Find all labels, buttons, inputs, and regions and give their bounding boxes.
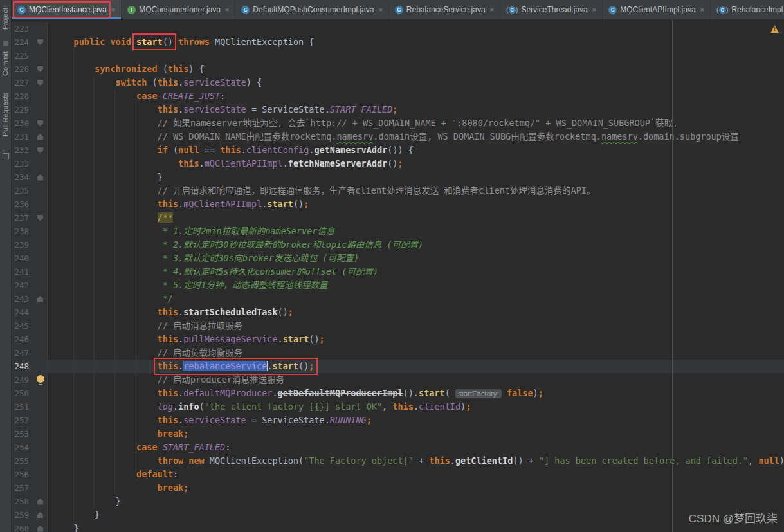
- line-number[interactable]: 243: [12, 292, 33, 306]
- tab-rebalanceimpl[interactable]: (C)RebalanceImpl.java×: [711, 0, 784, 19]
- code-line-243[interactable]: 243 */: [12, 292, 784, 306]
- line-number[interactable]: 250: [12, 387, 33, 400]
- line-number[interactable]: 253: [12, 427, 33, 441]
- line-number[interactable]: 229: [12, 103, 33, 116]
- code-line-254[interactable]: 254 case START_FAILED:: [12, 441, 784, 454]
- code-text[interactable]: // 启动消息拉取服务: [48, 319, 784, 333]
- code-text[interactable]: * 5.定时1分钟，动态调整线程池线程数量: [48, 279, 784, 292]
- gutter-fold-cell[interactable]: [33, 495, 48, 508]
- code-text[interactable]: throw new MQClientException("The Factory…: [48, 454, 784, 468]
- code-line-257[interactable]: 257 break;: [12, 481, 784, 495]
- line-number[interactable]: 223: [12, 22, 33, 35]
- code-text[interactable]: // 开启请求和响应通道，即远程通信服务，生产者client处理消息发送 和消费…: [48, 184, 784, 197]
- gutter-fold-cell[interactable]: [33, 170, 48, 184]
- line-number[interactable]: 227: [12, 76, 33, 89]
- gutter-bulb-cell[interactable]: [33, 373, 48, 387]
- tab-mqclientapiimpl[interactable]: CMQClientAPIImpl.java×: [603, 0, 711, 19]
- code-text[interactable]: if (null == this.clientConfig.getNamesrv…: [48, 143, 784, 157]
- line-number[interactable]: 255: [12, 454, 33, 468]
- code-line-244[interactable]: 244 this.startScheduledTask();: [12, 306, 784, 319]
- code-text[interactable]: // WS_DOMAIN_NAME由配置参数rocketmq.namesrv.d…: [48, 130, 784, 143]
- fold-up-icon[interactable]: [37, 296, 43, 302]
- code-line-255[interactable]: 255 throw new MQClientException("The Fac…: [12, 454, 784, 468]
- code-text[interactable]: }: [48, 522, 784, 532]
- fold-down-icon[interactable]: [37, 147, 43, 154]
- code-line-245[interactable]: 245 // 启动消息拉取服务: [12, 319, 784, 333]
- close-tab-icon[interactable]: ×: [378, 6, 382, 14]
- code-line-258[interactable]: 258 }: [12, 495, 784, 508]
- line-number[interactable]: 226: [12, 62, 33, 76]
- structure-icon[interactable]: [3, 153, 9, 159]
- fold-down-icon[interactable]: [37, 80, 43, 86]
- fold-up-icon[interactable]: [37, 512, 43, 518]
- gutter-fold-cell[interactable]: [33, 62, 48, 76]
- line-number[interactable]: 228: [12, 89, 33, 103]
- code-text[interactable]: this.startScheduledTask();: [48, 306, 784, 319]
- line-number[interactable]: 236: [12, 197, 33, 211]
- code-text[interactable]: /**: [48, 211, 784, 225]
- code-line-249[interactable]: 249 // 启动producer消息推送服务: [12, 373, 784, 387]
- tab-mqconsumerinner[interactable]: IMQConsumerInner.java×: [122, 0, 235, 19]
- close-tab-icon[interactable]: ×: [700, 6, 704, 14]
- code-text[interactable]: * 1.定时2min拉取最新的nameServer信息: [48, 225, 784, 238]
- line-number[interactable]: 237: [12, 211, 33, 225]
- code-line-228[interactable]: 228 case CREATE_JUST:: [12, 89, 784, 103]
- line-number[interactable]: 241: [12, 265, 33, 279]
- fold-down-icon[interactable]: [37, 66, 43, 73]
- gutter-fold-cell[interactable]: [33, 508, 48, 522]
- line-number[interactable]: 238: [12, 225, 33, 238]
- close-tab-icon[interactable]: ×: [490, 6, 494, 14]
- line-number[interactable]: 235: [12, 184, 33, 197]
- code-line-260[interactable]: 260 }: [12, 522, 784, 532]
- code-text[interactable]: log.info("the client factory [{}] start …: [48, 400, 784, 414]
- line-number[interactable]: 248: [12, 360, 33, 373]
- code-text[interactable]: this.serviceState = ServiceState.RUNNING…: [48, 414, 784, 427]
- code-line-252[interactable]: 252 this.serviceState = ServiceState.RUN…: [12, 414, 784, 427]
- line-number[interactable]: 247: [12, 346, 33, 360]
- code-line-242[interactable]: 242 * 5.定时1分钟，动态调整线程池线程数量: [12, 279, 784, 292]
- code-text[interactable]: }: [48, 170, 784, 184]
- code-text[interactable]: */: [48, 292, 784, 306]
- tab-servicethread[interactable]: (C)ServiceThread.java×: [500, 0, 603, 19]
- code-line-225[interactable]: 225: [12, 49, 784, 62]
- fold-down-icon[interactable]: [37, 215, 43, 221]
- code-editor[interactable]: 223224 public void start() throws MQClie…: [12, 19, 784, 532]
- line-number[interactable]: 258: [12, 495, 33, 508]
- line-number[interactable]: 234: [12, 170, 33, 184]
- code-line-241[interactable]: 241 * 4.默认定时5s持久化consumer的offset (可配置): [12, 265, 784, 279]
- code-text[interactable]: // 启动producer消息推送服务: [48, 373, 784, 387]
- code-text[interactable]: this.mQClientAPIImpl.start();: [48, 197, 784, 211]
- code-line-232[interactable]: 232 if (null == this.clientConfig.getNam…: [12, 143, 784, 157]
- code-line-229[interactable]: 229 this.serviceState = ServiceState.STA…: [12, 103, 784, 116]
- code-line-237[interactable]: 237 /**: [12, 211, 784, 225]
- code-text[interactable]: this.serviceState = ServiceState.START_F…: [48, 103, 784, 116]
- code-text[interactable]: * 2.默认定时30秒拉取最新的broker和topic路由信息 (可配置): [48, 238, 784, 252]
- code-line-246[interactable]: 246 this.pullMessageService.start();: [12, 333, 784, 346]
- code-text[interactable]: synchronized (this) {: [48, 62, 784, 76]
- code-line-231[interactable]: 231 // WS_DOMAIN_NAME由配置参数rocketmq.names…: [12, 130, 784, 143]
- code-line-251[interactable]: 251 log.info("the client factory [{}] st…: [12, 400, 784, 414]
- line-number[interactable]: 232: [12, 143, 33, 157]
- code-line-233[interactable]: 233 this.mQClientAPIImpl.fetchNameServer…: [12, 157, 784, 170]
- line-number[interactable]: 233: [12, 157, 33, 170]
- fold-up-icon[interactable]: [37, 526, 43, 532]
- line-number[interactable]: 254: [12, 441, 33, 454]
- fold-up-icon[interactable]: [37, 134, 43, 140]
- square-icon[interactable]: [3, 41, 8, 46]
- code-line-250[interactable]: 250 this.defaultMQProducer.getDefaultMQP…: [12, 387, 784, 400]
- close-tab-icon[interactable]: ×: [225, 6, 229, 14]
- gutter-fold-cell[interactable]: [33, 292, 48, 306]
- code-text[interactable]: this.defaultMQProducer.getDefaultMQProdu…: [48, 387, 784, 400]
- code-text[interactable]: }: [48, 508, 784, 522]
- stripe-item-project[interactable]: Project: [1, 8, 9, 30]
- code-text[interactable]: this.pullMessageService.start();: [48, 333, 784, 346]
- code-text[interactable]: break;: [48, 481, 784, 495]
- line-number[interactable]: 242: [12, 279, 33, 292]
- gutter-fold-cell[interactable]: [33, 522, 48, 532]
- fold-down-icon[interactable]: [37, 120, 43, 127]
- code-text[interactable]: * 3.默认定时30s向broker发送心跳包 (可配置): [48, 252, 784, 265]
- line-number[interactable]: 240: [12, 252, 33, 265]
- code-text[interactable]: switch (this.serviceState) {: [48, 76, 784, 89]
- code-text[interactable]: this.mQClientAPIImpl.fetchNameServerAddr…: [48, 157, 784, 170]
- code-text[interactable]: break;: [48, 427, 784, 441]
